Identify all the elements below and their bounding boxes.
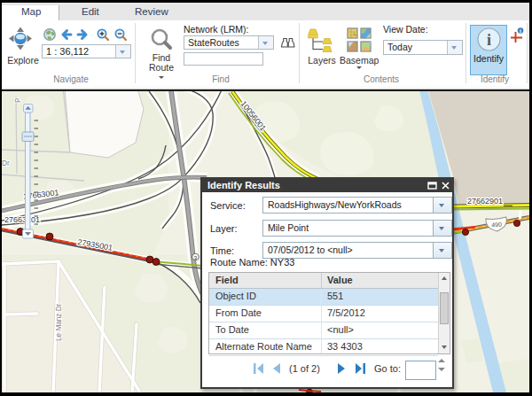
svg-text:i: i (520, 27, 521, 34)
svg-text:Le Manz Dr: Le Manz Dr (55, 303, 63, 341)
svg-text:Dr: Dr (2, 159, 10, 167)
svg-text:i: i (487, 31, 491, 49)
svg-text:490: 490 (491, 221, 502, 228)
svg-text:P: P (14, 97, 22, 103)
svg-text:27662901: 27662901 (467, 197, 503, 206)
